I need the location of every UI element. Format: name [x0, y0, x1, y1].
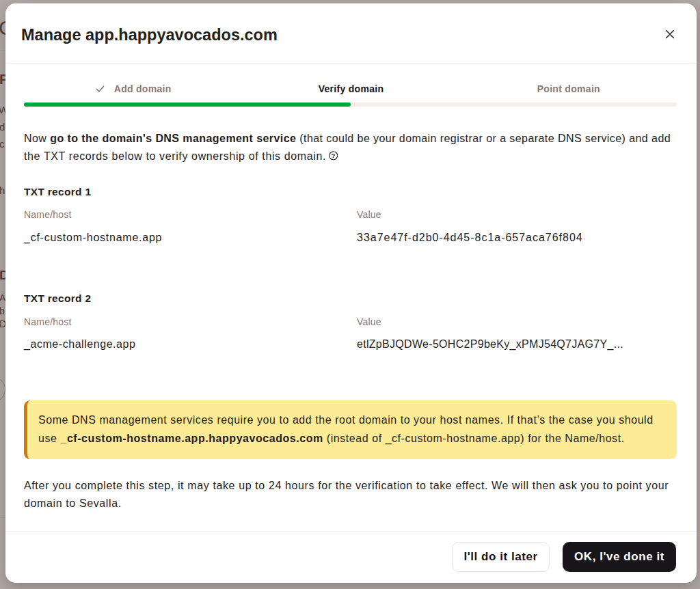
svg-text:?: ? — [332, 152, 336, 159]
